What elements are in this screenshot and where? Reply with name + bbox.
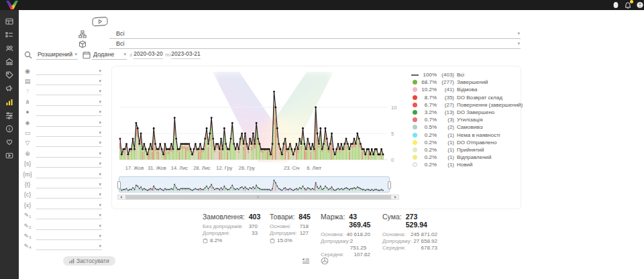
utm-campaign-select[interactable] [36, 190, 102, 199]
chart-scrollbar[interactable]: ⠿ [117, 194, 399, 200]
stat-subrow: Допродажу:27 658.92 [382, 238, 437, 245]
overview-right-handle[interactable] [388, 181, 391, 189]
legend-count: (1) [437, 132, 454, 138]
website-select[interactable] [36, 150, 102, 158]
sidebar-item-orders[interactable] [0, 28, 19, 42]
legend-count: (27) [437, 102, 454, 108]
legend-pct: 0.2% [419, 132, 437, 138]
notifications-bell-icon[interactable] [624, 1, 632, 9]
funnel-select[interactable] [36, 139, 102, 147]
scroll-left-arrow[interactable] [118, 195, 124, 199]
overview-selection[interactable] [119, 176, 390, 192]
utm-term-select[interactable] [36, 180, 102, 188]
crm-analytics-page: ◉▤?⋔●◈▭▽⊕{s}{m}{t}{c}{x}✎₁✎₂✎₃✎₄ Застосу… [0, 0, 644, 279]
product-filter-select[interactable]: Всі [109, 40, 521, 49]
legend-pct: 68.7% [419, 79, 437, 85]
legend-swatch [410, 117, 419, 122]
search-icon[interactable] [24, 51, 32, 59]
legend-item-3[interactable]: 8.7%(35)DO Возврат склад [410, 94, 519, 101]
legend-item-2[interactable]: 10.2%(41)Відмова [410, 86, 519, 93]
stat-subrow: Середня:678.73 [382, 245, 437, 252]
sidebar-item-store[interactable] [0, 55, 19, 68]
custom-field-2-select[interactable] [36, 222, 102, 230]
legend-pct: 0.2% [419, 154, 437, 160]
legend-item-4[interactable]: 6.7%(27)Повернення (завершений) [410, 101, 519, 109]
overview-left-handle[interactable] [117, 181, 121, 189]
sidebar-item-marketing[interactable] [0, 82, 19, 95]
utm-source-select[interactable] [36, 160, 102, 168]
heart-hands-icon [5, 138, 13, 146]
custom-field-1-select[interactable] [36, 211, 102, 219]
sidebar-item-support[interactable] [0, 135, 19, 149]
hierarchy-select[interactable] [36, 98, 102, 106]
sidebar-item-analytics[interactable] [0, 95, 19, 109]
chevron-down-icon [99, 119, 101, 125]
stage-select[interactable] [36, 77, 102, 85]
product-select[interactable] [36, 119, 102, 127]
svg-text:31. Жов: 31. Жов [148, 165, 166, 171]
sidebar-item-clients[interactable] [0, 42, 19, 55]
unknown-select[interactable] [36, 87, 102, 95]
filter-row-website: ⊕ [19, 148, 107, 158]
view-selector-icon[interactable] [91, 16, 109, 30]
custom-field-2-icon: ✎₂ [19, 223, 36, 229]
table-view-icon[interactable] [302, 257, 310, 265]
filter-row-hierarchy: ⋔ [19, 97, 107, 107]
stat-value: 845 [299, 213, 311, 221]
legend-item-12[interactable]: 0.2%(1)Новий [410, 161, 519, 168]
custom-field-3-select[interactable] [36, 232, 102, 240]
payment-select[interactable] [36, 129, 102, 137]
legend-item-11[interactable]: 0.2%(1)Відправлений [410, 154, 519, 161]
products-view-icon[interactable] [321, 257, 329, 265]
chevron-down-icon [123, 51, 126, 57]
filter-row-stage: ▤ [19, 76, 107, 86]
utm-medium-icon: {m} [19, 171, 36, 178]
legend-label: Новий [457, 162, 472, 168]
sidebar-item-info[interactable] [0, 122, 19, 135]
legend-item-7[interactable]: 0.5%(2)Самовивіз [410, 123, 519, 131]
custom-field-4-select[interactable] [36, 242, 102, 250]
legend-item-6[interactable]: 0.7%(3)Утилізація [410, 116, 519, 123]
scrollbar-thumb[interactable]: ⠿ [125, 195, 391, 199]
utm-medium-select[interactable] [36, 170, 102, 178]
promo-tag-icon [5, 71, 13, 79]
stat-label: Товари: [270, 213, 294, 221]
brand-logo-icon[interactable] [6, 1, 18, 9]
sidebar-item-tutorials[interactable] [0, 149, 19, 162]
avatar-icon[interactable] [636, 1, 644, 9]
user-select[interactable] [36, 108, 102, 116]
scroll-right-arrow[interactable] [392, 195, 398, 199]
stat-value: 43 369.45 [349, 213, 370, 229]
legend-item-5[interactable]: 3.2%(13)DO Завершено [410, 109, 519, 116]
utm-content-select[interactable] [36, 201, 102, 209]
filter-row-custom-field-2: ✎₂ [19, 221, 107, 231]
stat-subrow: Основна:40 618.20 [321, 231, 370, 238]
stat-subrow: Допродажу:2 751.25 [321, 238, 370, 252]
legend-item-8[interactable]: 0.2%(1)Нема в наявності [410, 131, 519, 139]
legend-label: DO Отправлено [457, 140, 496, 146]
date-to-input[interactable]: 2023-03-21 [171, 50, 201, 59]
date-from-input[interactable]: 2020-03-20 [133, 50, 163, 59]
status-filter-select[interactable]: Всі [109, 30, 521, 39]
product-icon: ◈ [19, 119, 36, 126]
legend-label: Утилізація [457, 117, 482, 123]
user-icon[interactable] [612, 1, 620, 9]
shopping-bag-icon [203, 237, 208, 243]
date-field-select[interactable]: Додане [92, 50, 127, 60]
search-mode-select[interactable]: Розширений [36, 50, 78, 60]
source-select[interactable] [36, 67, 102, 75]
legend-item-9[interactable]: 0.2%(1)DO Отправлено [410, 139, 519, 146]
chevron-down-icon [99, 78, 101, 84]
status-filter-icon [78, 30, 87, 38]
sidebar-item-promotions[interactable] [0, 68, 19, 82]
legend-item-1[interactable]: 68.7%(277)Завершений [410, 78, 519, 86]
chart-legend: 100%(403)Всі68.7%(277)Завершений10.2%(41… [410, 71, 519, 168]
legend-count: (2) [437, 124, 454, 130]
legend-label: Відмова [457, 87, 477, 93]
legend-item-10[interactable]: 0.2%(1)Прийнятий [410, 146, 519, 154]
apply-button[interactable]: Застосувати [63, 256, 115, 266]
legend-item-0[interactable]: 100%(403)Всі [410, 71, 519, 78]
sidebar-item-automation[interactable] [0, 109, 19, 122]
sidebar-item-dashboard[interactable] [0, 15, 19, 28]
orders-chart[interactable]: 051017. Жов31. Жов14. Лис28. Лис12. Гру2… [117, 69, 406, 175]
